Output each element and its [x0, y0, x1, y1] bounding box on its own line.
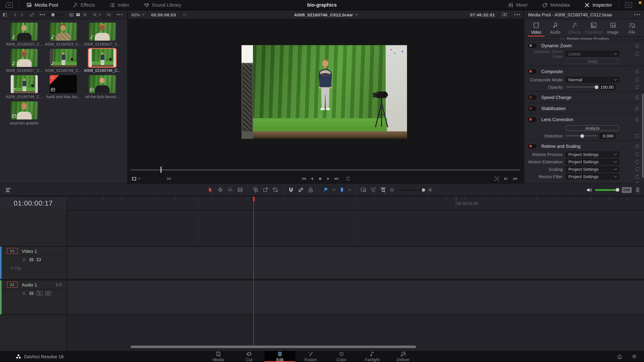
viewer-zoom-select[interactable]: 60%	[128, 10, 148, 19]
go-to-end-button[interactable]	[334, 176, 339, 181]
retime-dropdown[interactable]: Project Settings	[566, 174, 619, 179]
speaker-icon[interactable]	[586, 187, 592, 193]
media-clip[interactable]: A008_02160627_C...	[84, 22, 121, 49]
stabilization-toggle[interactable]	[528, 106, 536, 111]
topbar-tab[interactable]: Media Pool	[19, 0, 65, 10]
media-clip[interactable]: A008_02160323_C...	[6, 22, 43, 49]
auto-select-icon[interactable]	[29, 291, 34, 296]
lens-correction-toggle[interactable]	[528, 117, 536, 122]
viewer-current-timecode[interactable]: 00:00:08:03	[148, 10, 180, 19]
keyframe-add-icon[interactable]	[634, 106, 640, 111]
audio-track-header[interactable]: A1 Audio 1 2.0 S M	[2, 280, 67, 314]
inspector-more-button[interactable]	[634, 14, 640, 15]
video-track-destination-button[interactable]: V1	[7, 248, 18, 254]
keyframe-add-icon[interactable]	[634, 43, 640, 48]
checkbox[interactable]	[560, 37, 564, 39]
media-clip[interactable]: anya-bio-graphic	[6, 101, 43, 128]
reset-icon[interactable]	[634, 159, 640, 164]
topbar-tab[interactable]: Mixer	[500, 0, 535, 10]
reset-icon[interactable]	[634, 51, 640, 56]
viewer-playhead[interactable]	[160, 167, 162, 173]
zoom-in-button[interactable]: +	[428, 188, 432, 192]
trim-edit-mode-icon[interactable]	[217, 187, 224, 193]
swap-button[interactable]: Swap	[566, 58, 619, 64]
solo-button[interactable]: S	[36, 291, 42, 296]
reset-icon[interactable]	[634, 166, 640, 172]
reset-icon[interactable]	[634, 152, 640, 157]
inspector-scrollbar[interactable]	[642, 93, 644, 178]
inspector-tab[interactable]: File	[622, 19, 642, 36]
keyframe-add-icon[interactable]	[634, 95, 640, 100]
chevron-down-icon[interactable]	[333, 188, 336, 191]
timeline-playhead[interactable]	[254, 197, 254, 346]
topbar-tab[interactable]: Effects	[65, 0, 102, 10]
dynamic-zoom-toggle[interactable]	[528, 43, 536, 48]
page-tab[interactable]: Cut	[234, 351, 264, 362]
viewer-more-button[interactable]	[510, 10, 523, 19]
audio-track-name[interactable]: Audio 1	[22, 282, 37, 287]
lock-icon[interactable]	[22, 257, 26, 262]
linked-selection-icon[interactable]	[298, 187, 304, 193]
retime-dropdown[interactable]: Project Settings	[566, 151, 619, 157]
selection-mode-icon[interactable]	[208, 187, 214, 193]
page-tab[interactable]: Fairlight	[357, 351, 388, 362]
composite-toggle[interactable]	[528, 69, 536, 73]
stop-button[interactable]	[317, 176, 322, 181]
media-pool-more-button[interactable]	[114, 10, 125, 19]
dynamic-zoom-ease-dropdown[interactable]: Linear	[566, 51, 619, 57]
insert-clip-icon[interactable]	[252, 187, 259, 193]
detail-zoom-icon[interactable]	[370, 187, 376, 193]
razor-edit-mode-icon[interactable]	[237, 187, 243, 193]
track-enable-icon[interactable]	[36, 257, 41, 262]
media-clip[interactable]: A008_02160323_C...	[45, 22, 82, 49]
video-track-name[interactable]: Video 1	[22, 249, 37, 253]
audio-track-destination-button[interactable]: A1	[7, 282, 18, 288]
play-reverse-button[interactable]	[309, 176, 314, 181]
list-view-icon[interactable]	[82, 12, 87, 17]
retime-dropdown[interactable]: Project Settings	[566, 166, 619, 172]
timeline-ruler[interactable]: 01:00:01:04 01:00:00:17	[0, 197, 644, 211]
reset-icon[interactable]	[634, 181, 640, 183]
reset-icon[interactable]	[634, 174, 640, 179]
retime-dropdown[interactable]: Project Settings	[566, 159, 619, 165]
keyframe-add-icon[interactable]	[634, 69, 640, 74]
mixer-meter-icon[interactable]	[634, 187, 641, 193]
timeline-playhead-timecode[interactable]: 01:00:00:17	[0, 197, 67, 211]
lock-icon[interactable]	[22, 291, 26, 296]
media-clip[interactable]: A008_02160746_C...	[84, 49, 121, 75]
snapping-icon[interactable]	[288, 187, 294, 193]
video-track-header[interactable]: V1 Video 1 0 Clip	[2, 247, 67, 279]
inspector-tab[interactable]: Image	[603, 19, 622, 36]
inspector-tab[interactable]: Video	[526, 19, 546, 36]
chevron-down-icon[interactable]	[348, 188, 351, 191]
media-clip[interactable]: Aadit and Max bio...	[45, 75, 82, 101]
play-button[interactable]	[326, 176, 331, 181]
replace-clip-icon[interactable]	[272, 187, 278, 193]
viewer-scrub-bar[interactable]	[131, 169, 520, 170]
composite-mode-dropdown[interactable]: Normal	[566, 77, 619, 82]
topbar-tab[interactable]: Index	[102, 0, 136, 10]
retime-scaling-toggle[interactable]	[528, 144, 536, 148]
audio-track[interactable]: A1 Audio 1 2.0 S M	[0, 280, 644, 315]
keyframe-add-icon[interactable]	[634, 117, 640, 122]
inspector-tab[interactable]: Effects	[565, 19, 584, 36]
distortion-slider[interactable]	[566, 135, 598, 136]
topbar-tab[interactable]: Sound Library	[136, 0, 188, 10]
topbar-tab[interactable]: Metadata	[534, 0, 577, 10]
zoom-out-button[interactable]: −	[390, 188, 394, 192]
media-clip[interactable]: A008_02160627_C...	[6, 49, 43, 75]
timeline-view-options-icon[interactable]	[5, 187, 12, 193]
reset-icon[interactable]	[634, 84, 640, 90]
page-tab[interactable]: Color	[326, 351, 357, 362]
speed-change-toggle[interactable]	[528, 95, 536, 99]
monitor-volume-slider[interactable]	[595, 189, 619, 191]
page-tab[interactable]: Deliver	[388, 351, 418, 362]
loop-button[interactable]	[345, 176, 350, 181]
dynamic-trim-mode-icon[interactable]	[227, 187, 233, 193]
search-button[interactable]	[90, 10, 104, 19]
page-tab[interactable]: Media	[203, 351, 234, 362]
page-tab[interactable]: Edit	[264, 351, 295, 362]
card-view-icon[interactable]	[69, 12, 74, 17]
opacity-slider[interactable]	[566, 87, 598, 87]
collapse-left-panel-button[interactable]	[6, 2, 13, 7]
